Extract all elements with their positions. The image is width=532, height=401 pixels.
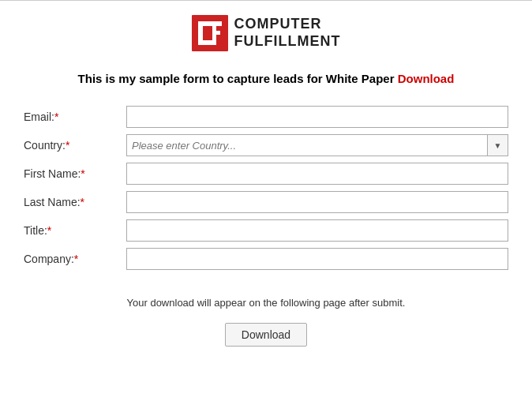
svg-rect-7 (212, 31, 220, 35)
firstname-input[interactable] (126, 163, 508, 185)
svg-rect-4 (203, 26, 212, 40)
country-dropdown-button[interactable]: ▼ (488, 134, 508, 156)
page-title: This is my sample form to capture leads … (0, 61, 532, 103)
company-input[interactable] (126, 248, 508, 270)
country-wrapper: ▼ (126, 134, 508, 156)
page-title-highlight: Download (398, 72, 455, 85)
email-input[interactable] (126, 106, 508, 128)
lastname-input[interactable] (126, 191, 508, 213)
country-row: Country:* ▼ (24, 134, 508, 156)
page-title-plain: This is my sample form to capture leads … (78, 72, 398, 85)
title-row: Title:* (24, 219, 508, 242)
title-input[interactable] (126, 219, 508, 242)
submit-note: Your download will appear on the followi… (0, 284, 532, 318)
email-row: Email:* (24, 106, 508, 128)
country-label: Country:* (24, 139, 126, 152)
email-label: Email:* (24, 111, 126, 123)
header: COMPUTER FULFILLMENT (0, 1, 532, 61)
lastname-label: Last Name:* (24, 196, 126, 208)
country-input[interactable] (126, 134, 488, 156)
logo-text-bottom: FULFILLMENT (234, 33, 341, 51)
title-label: Title:* (24, 224, 126, 237)
logo-text: COMPUTER FULFILLMENT (234, 16, 341, 50)
submit-area: Download (0, 318, 532, 362)
form-container: Email:* Country:* ▼ First Name:* Last Na… (0, 103, 532, 284)
download-button[interactable]: Download (225, 323, 307, 347)
firstname-label: First Name:* (24, 167, 126, 180)
logo-container: COMPUTER FULFILLMENT (192, 15, 341, 51)
company-label: Company:* (24, 253, 126, 265)
logo-icon (192, 15, 228, 51)
lastname-row: Last Name:* (24, 191, 508, 213)
page-wrapper: COMPUTER FULFILLMENT This is my sample f… (0, 0, 532, 401)
logo-text-top: COMPUTER (234, 16, 341, 33)
firstname-row: First Name:* (24, 163, 508, 185)
company-row: Company:* (24, 248, 508, 270)
